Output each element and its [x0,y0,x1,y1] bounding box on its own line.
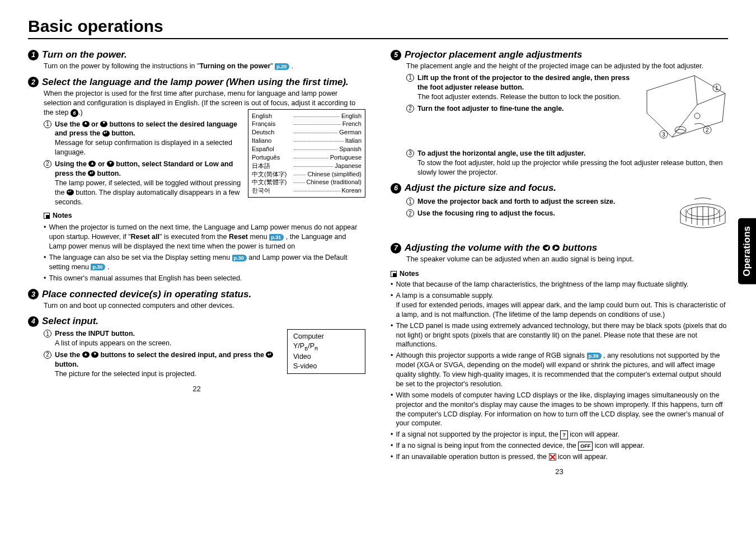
svg-point-4 [703,126,711,134]
text: .) [78,109,83,116]
text: Turn on the power by following the instr… [44,62,199,70]
notes-label: Notes [53,211,72,221]
step-3-title: Place connected device(s) in operating s… [42,289,251,300]
substep-title: Using the ▲ or ▼ button, select Standard… [55,160,233,177]
page-number-left: 22 [28,385,365,393]
enter-button-icon: ↵ [88,170,95,176]
step-4-header: 4 Select input. [28,316,365,327]
substep-title: Move the projector back and forth to adj… [417,198,616,205]
section-tab: Operations [738,218,756,284]
text: The picture for the selected input is pr… [55,370,196,378]
note-item: If a signal not supported by the project… [391,430,728,439]
step-5-header: 5 Projector placement angle adjustments [391,49,728,60]
step-4-title: Select input. [42,316,98,327]
text: A list of inputs appears on the screen. [55,339,171,347]
substep-number: 2 [406,209,414,217]
notes-header: Notes [391,270,728,278]
notes-icon [44,213,50,219]
page-number-right: 23 [391,467,728,476]
step-7-body: The speaker volume can be adjusted when … [391,255,728,264]
text: Turn on and boot up connected computers … [44,302,234,310]
text: To stow the foot adjuster, hold up the p… [417,159,722,176]
page-ref-badge: p.30 [232,255,247,261]
page-ref-badge: p.31 [269,234,284,241]
step-number-icon: 7 [391,243,401,254]
text: The foot adjuster extends. Release the b… [417,93,621,101]
language-row: 中文(繁體字)Chinese (traditional) [252,178,361,186]
step-number-icon: 4 [28,316,39,327]
note-item: A lamp is a consumable supply. If used f… [391,291,728,320]
substep-2: 2 Turn the foot adjuster to fine-tune th… [406,104,636,114]
note-item: When the projector is turned on the next… [44,223,365,251]
step-7-title: Adjusting the volume with the ◀ ▶ button… [405,242,597,254]
svg-point-0 [675,127,686,133]
substep-number: 3 [406,149,414,157]
language-row: PortuguêsPortuguese [252,153,361,162]
input-list-box: ComputerY/PB/PRVideoS-video [287,329,365,373]
substep-number: 1 [406,198,414,205]
step-1-title: Turn on the power. [42,49,127,60]
page-ref-badge: p.30 [91,264,105,270]
enter-button-icon: ↵ [266,352,273,358]
note-item: Although this projector supports a wide … [391,351,728,389]
substep-number: 1 [44,330,51,338]
step-number-icon: 1 [28,50,39,60]
step-6-header: 6 Adjust the picture size and focus. [391,182,728,194]
step-number-icon: 6 [391,183,401,194]
substep-2: 2 Use the focusing ring to adjust the fo… [406,209,672,218]
text: " [270,62,275,70]
substep-title: Use the ▲ ▼ buttons to select the desire… [55,351,273,368]
step-6-title: Adjust the picture size and focus. [405,182,556,194]
step-4-body: ComputerY/PB/PRVideoS-video 1 Press the … [28,329,365,378]
note-item: The LCD panel is made using extremely ad… [391,321,728,350]
step-6-body: 1 Move the projector back and forth to a… [391,195,728,237]
language-row: FrançaisFrench [252,120,361,128]
substep-number: 2 [44,351,51,359]
step-2-body: When the projector is used for the first… [28,89,365,283]
language-row: 한국어Korean [252,186,361,195]
enter-button-icon: ↵ [67,189,74,195]
substep-3: 3 To adjust the horizontal angle, use th… [406,149,728,177]
svg-point-9 [687,207,719,217]
substep-number: 2 [44,160,51,168]
notes-icon [391,271,397,277]
step-2-title: Select the language and the lamp power (… [42,77,349,88]
right-button-icon: ▶ [552,245,560,251]
svg-text:2: 2 [706,127,709,133]
question-icon: ? [560,430,568,439]
right-column: 5 Projector placement angle adjustments … [391,46,728,476]
text-bold: Turning on the power [199,62,270,70]
substep-2: 2 Use the ▲ ▼ buttons to select the desi… [44,350,281,379]
input-option: S-video [293,362,359,371]
up-button-icon: ▲ [82,121,90,127]
substep-number: 1 [44,120,51,128]
page-spread: Basic operations 1 Turn on the power. Tu… [0,0,756,487]
text: . [289,62,293,70]
step-1-body: Turn on the power by following the instr… [28,62,365,71]
language-row: DeutschGerman [252,128,361,137]
up-button-icon: ▲ [82,352,90,358]
down-button-icon: ▼ [100,121,107,127]
substep-1: 1 Use the ▲ or ▼ buttons to select the d… [44,120,242,158]
page-ref-badge: p.39 [587,353,602,359]
substep-title: Lift up the front of the projector to th… [417,74,630,91]
step-ref-icon: 6 [71,109,78,117]
note-item: If a no signal is being input from the c… [391,441,728,451]
page-title: Basic operations [28,17,728,39]
language-row: 日本語Japanese [252,162,361,170]
note-item: The language can also be set via the Dis… [44,253,365,272]
left-column: 1 Turn on the power. Turn on the power b… [28,46,365,476]
enter-button-icon: ↵ [102,130,110,137]
substep-title: Use the ▲ or ▼ buttons to select the des… [55,120,237,138]
page-ref-badge: p.20 [275,63,289,70]
focus-ring-illustration [678,195,728,237]
input-option: Y/PB/PR [293,341,359,352]
language-row: ItalianoItalian [252,137,361,145]
substep-1: 1 Lift up the front of the projector to … [406,73,636,102]
note-item: Note that because of the lamp characteri… [391,280,728,289]
notes-header: Notes [44,211,365,221]
step-number-icon: 2 [28,77,39,87]
svg-point-6 [660,130,668,138]
substep-title: Press the INPUT button. [55,330,135,338]
notes-list: Note that because of the lamp characteri… [391,280,728,462]
